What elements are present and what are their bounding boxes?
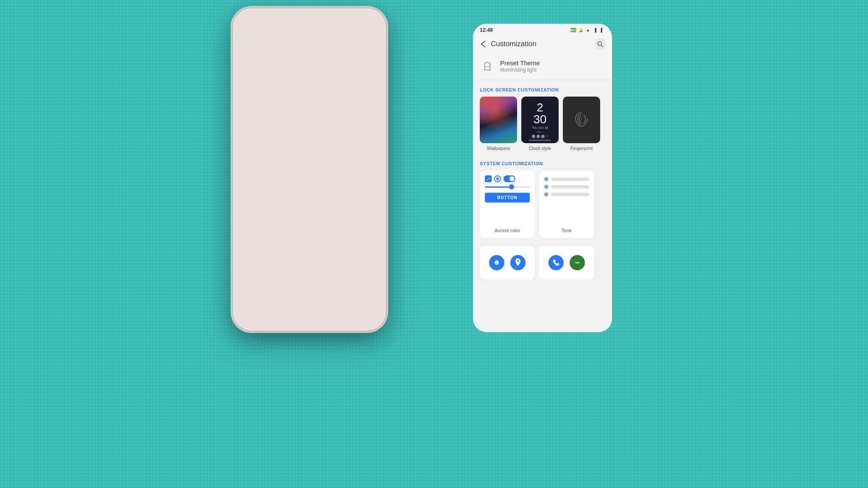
app-bar: Customization: [473, 35, 612, 53]
phone-shell: 12:48 NFC 🔔 ▲ ▐ ▌ Customiza: [233, 8, 386, 330]
icon-card-left[interactable]: [480, 246, 535, 280]
clock-style-item[interactable]: 2 30 Tue, Nov 28 30% • +3: [521, 97, 559, 151]
clock-style-label: Clock style: [529, 146, 551, 151]
accent-controls: ✓: [485, 175, 530, 182]
wifi-icon: ▲: [585, 28, 591, 32]
fingerprint-thumbnail: [563, 97, 600, 143]
preset-theme-subtitle: Illuminating light: [500, 67, 540, 73]
slider-track[interactable]: [485, 186, 530, 188]
fingerprint-preview-box: [563, 97, 600, 143]
tone-card[interactable]: Tone: [539, 170, 594, 238]
preset-theme-icon: [480, 58, 495, 74]
wallpapers-item[interactable]: Wallpapers: [480, 97, 517, 151]
svg-point-3: [576, 262, 577, 263]
messages-icon-circle: [570, 255, 585, 270]
back-button[interactable]: [479, 40, 487, 48]
status-bar: 12:48 NFC 🔔 ▲ ▐ ▌: [473, 24, 612, 35]
svg-point-5: [578, 262, 579, 263]
svg-line-1: [601, 45, 603, 47]
system-section-header: SYSTEM CUSTOMIZATION: [473, 155, 612, 170]
wallpaper-thumbnail: [480, 97, 517, 143]
tone-label: Tone: [544, 228, 589, 233]
svg-point-4: [577, 262, 578, 263]
alarm-icon: 🔔: [578, 28, 584, 32]
accent-button[interactable]: BUTTON: [485, 193, 530, 202]
toggle-control[interactable]: [504, 175, 515, 182]
location-icon-circle: [510, 255, 526, 270]
lock-screen-section-label: LOCK SCREEN CUSTOMIZATION: [480, 87, 559, 92]
fingerprint-item[interactable]: Fingerprint: [563, 97, 600, 151]
accent-color-label: Accent color: [485, 228, 530, 233]
nfc-icon: NFC: [570, 28, 576, 32]
status-time: 12:48: [480, 27, 493, 33]
phone-screen: 12:48 NFC 🔔 ▲ ▐ ▌ Customiza: [473, 24, 612, 332]
signal-icon: ▐: [592, 28, 598, 32]
preset-theme-title: Preset Theme: [500, 59, 540, 67]
accent-color-card[interactable]: ✓: [480, 170, 535, 238]
tone-row-3: [544, 192, 589, 197]
system-section: SYSTEM CUSTOMIZATION ✓: [473, 155, 612, 241]
lock-icons-row: +3: [532, 135, 548, 138]
wallpaper-preview: [480, 97, 517, 143]
tone-lines: [544, 175, 589, 198]
status-icons: NFC 🔔 ▲ ▐ ▌: [570, 28, 605, 32]
system-section-label: SYSTEM CUSTOMIZATION: [480, 161, 543, 166]
icon-card-right[interactable]: [539, 246, 594, 280]
nav-down-icon-circle: [489, 255, 504, 270]
system-cards: ✓: [473, 170, 612, 238]
scene: 12:48 NFC 🔔 ▲ ▐ ▌ Customiza: [0, 0, 868, 488]
scroll-content[interactable]: Preset Theme Illuminating light LOCK SCR…: [473, 53, 612, 332]
preset-text-group: Preset Theme Illuminating light: [500, 59, 540, 73]
page-title: Customization: [491, 40, 537, 48]
tone-row-2: [544, 185, 589, 189]
lock-screen-section-header: LOCK SCREEN CUSTOMIZATION: [473, 81, 612, 97]
clock-preview: 2 30 Tue, Nov 28 30% • +3: [521, 97, 559, 143]
checkbox-control[interactable]: ✓: [485, 175, 492, 182]
clock-thumbnail: 2 30 Tue, Nov 28 30% • +3: [521, 97, 559, 143]
fingerprint-label: Fingerprint: [570, 146, 593, 151]
lock-screen-items[interactable]: Wallpapers 2 30 Tue, Nov 28 30% •: [473, 97, 612, 155]
battery-icon: ▌: [599, 28, 605, 32]
icon-row-section: [473, 241, 612, 280]
preset-theme-row[interactable]: Preset Theme Illuminating light: [473, 53, 612, 79]
clock-date: Tue, Nov 28: [532, 126, 548, 129]
app-bar-left: Customization: [479, 40, 537, 48]
search-button[interactable]: [594, 38, 606, 50]
wallpapers-label: Wallpapers: [487, 146, 510, 151]
clock-info: 30% •: [537, 131, 543, 133]
radio-control[interactable]: [494, 175, 501, 182]
clock-time: 2 30: [533, 102, 546, 125]
tone-row-1: [544, 177, 589, 181]
phone-icon-circle: [548, 255, 564, 270]
